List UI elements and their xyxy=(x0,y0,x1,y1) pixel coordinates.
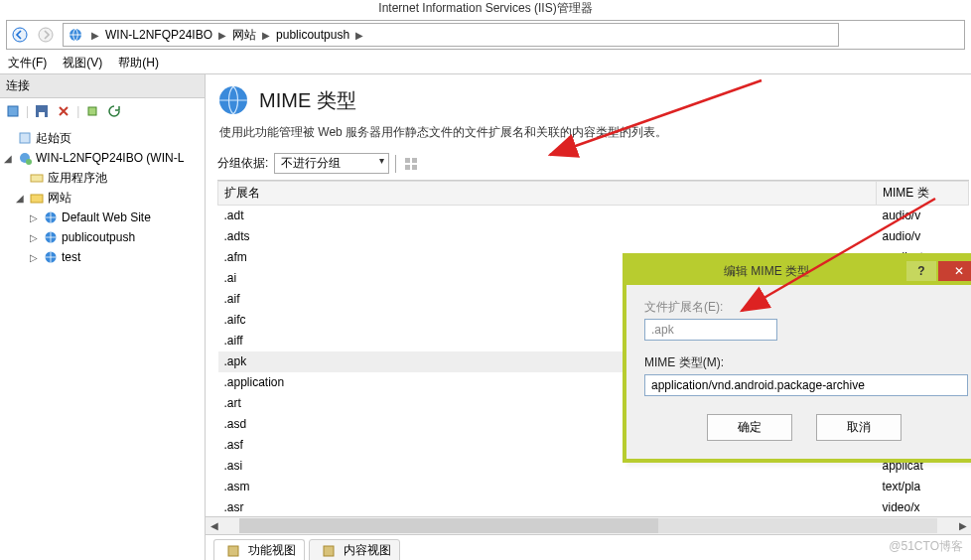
tab-features-view[interactable]: 功能视图 xyxy=(213,539,305,560)
svg-point-9 xyxy=(26,159,32,165)
stop-icon[interactable] xyxy=(83,102,101,120)
server-icon xyxy=(68,27,83,43)
tree-node-sites[interactable]: ◢ 网站 xyxy=(2,188,203,208)
breadcrumb-segment[interactable]: WIN-L2NFQP24IBO xyxy=(101,28,216,42)
table-row[interactable]: .asrvideo/x xyxy=(218,497,969,517)
connections-header: 连接 xyxy=(0,74,205,98)
group-by-select[interactable]: 不进行分组 xyxy=(274,153,389,174)
tree-node-label: publicoutpush xyxy=(62,230,135,244)
globe-icon xyxy=(43,229,59,245)
svg-rect-10 xyxy=(31,175,43,182)
server-icon xyxy=(17,150,33,166)
mime-type-input[interactable]: application/vnd.android.package-archive xyxy=(644,374,968,396)
column-header-extension[interactable]: 扩展名 xyxy=(218,182,877,206)
connect-icon[interactable] xyxy=(4,102,22,120)
chevron-right-icon: ▶ xyxy=(353,30,365,41)
refresh-icon[interactable] xyxy=(105,102,123,120)
page-description: 使用此功能管理被 Web 服务器用作静态文件的文件扩展名和关联的内容类型的列表。 xyxy=(206,120,971,151)
content-panel: MIME 类型 使用此功能管理被 Web 服务器用作静态文件的文件扩展名和关联的… xyxy=(206,74,971,560)
cell-extension: .adts xyxy=(218,226,877,247)
extension-input: .apk xyxy=(644,319,777,341)
group-by-label: 分组依据: xyxy=(217,155,268,172)
cell-extension: .adt xyxy=(218,206,877,226)
column-header-mimetype[interactable]: MIME 类 xyxy=(877,182,969,206)
svg-rect-5 xyxy=(39,112,45,117)
tab-label: 内容视图 xyxy=(344,542,391,559)
table-row[interactable]: .adtaudio/v xyxy=(218,206,969,226)
tree-node-default-site[interactable]: ▷ Default Web Site xyxy=(2,208,203,227)
expand-icon[interactable]: ▷ xyxy=(28,212,40,223)
svg-rect-21 xyxy=(324,546,334,556)
svg-rect-7 xyxy=(20,133,30,143)
menu-view[interactable]: 视图(V) xyxy=(63,55,102,71)
delete-icon[interactable] xyxy=(55,102,72,120)
folder-icon xyxy=(29,190,45,206)
cell-mimetype: video/x xyxy=(877,497,969,517)
tree-node-test[interactable]: ▷ test xyxy=(2,247,203,267)
svg-rect-18 xyxy=(405,165,410,170)
svg-point-0 xyxy=(13,28,27,42)
ok-button[interactable]: 确定 xyxy=(707,414,792,441)
expand-icon[interactable]: ▷ xyxy=(28,252,40,263)
tree-node-publicoutpush[interactable]: ▷ publicoutpush xyxy=(2,227,203,247)
cancel-button[interactable]: 取消 xyxy=(816,414,902,441)
help-button[interactable]: ? xyxy=(906,261,936,281)
dialog-titlebar[interactable]: 编辑 MIME 类型 ? ✕ xyxy=(626,257,971,285)
tree-node-label: 网站 xyxy=(48,190,71,207)
scroll-track[interactable] xyxy=(239,518,937,533)
connections-panel: 连接 | | 起始页 ◢ WIN-L2NFQP24IBO (WIN-L xyxy=(0,74,206,560)
globe-icon xyxy=(43,249,59,265)
chevron-right-icon: ▶ xyxy=(89,30,101,41)
menu-bar: 文件(F) 视图(V) 帮助(H) xyxy=(0,50,971,73)
expand-icon[interactable]: ▷ xyxy=(28,232,40,243)
tab-content-view[interactable]: 内容视图 xyxy=(309,539,400,560)
watermark: @51CTO博客 xyxy=(889,538,963,555)
breadcrumb-bar: ▶ WIN-L2NFQP24IBO ▶ 网站 ▶ publicoutpush ▶ xyxy=(6,20,965,50)
svg-rect-6 xyxy=(88,107,96,115)
tree-node-server[interactable]: ◢ WIN-L2NFQP24IBO (WIN-L xyxy=(2,148,203,168)
close-button[interactable]: ✕ xyxy=(938,261,971,281)
menu-file[interactable]: 文件(F) xyxy=(8,55,47,71)
chevron-right-icon: ▶ xyxy=(260,30,272,41)
breadcrumb-segment[interactable]: 网站 xyxy=(228,27,260,44)
connections-toolbar: | | xyxy=(0,98,205,124)
horizontal-scrollbar[interactable]: ◀ ▶ xyxy=(206,516,971,534)
tree-node-label: 应用程序池 xyxy=(48,170,107,187)
save-icon[interactable] xyxy=(33,102,51,120)
breadcrumb-search[interactable] xyxy=(843,24,962,46)
tree-node-label: WIN-L2NFQP24IBO (WIN-L xyxy=(36,151,184,165)
tree-node-label: test xyxy=(62,250,80,264)
cell-mimetype: audio/v xyxy=(877,226,969,247)
group-options-icon[interactable] xyxy=(402,155,420,173)
tree-node-label: 起始页 xyxy=(36,130,71,147)
breadcrumb[interactable]: ▶ WIN-L2NFQP24IBO ▶ 网站 ▶ publicoutpush ▶ xyxy=(63,23,839,47)
scroll-right-icon[interactable]: ▶ xyxy=(954,517,971,534)
svg-rect-19 xyxy=(412,165,417,170)
svg-rect-11 xyxy=(31,195,43,203)
edit-mime-type-dialog: 编辑 MIME 类型 ? ✕ 文件扩展名(E): .apk MIME 类型(M)… xyxy=(623,253,971,463)
window-title: Internet Information Services (IIS)管理器 xyxy=(0,0,971,18)
menu-help[interactable]: 帮助(H) xyxy=(118,55,159,71)
collapse-icon[interactable]: ◢ xyxy=(2,153,14,164)
scroll-thumb[interactable] xyxy=(239,518,658,533)
cell-extension: .asm xyxy=(218,477,877,497)
mime-type-label: MIME 类型(M): xyxy=(644,354,964,371)
tree-node-start[interactable]: 起始页 xyxy=(2,128,203,148)
extension-label: 文件扩展名(E): xyxy=(644,299,964,316)
tree-node-label: Default Web Site xyxy=(62,210,151,224)
cell-extension: .asr xyxy=(218,497,877,517)
svg-rect-3 xyxy=(8,106,18,116)
tree-node-apppools[interactable]: 应用程序池 xyxy=(2,168,203,188)
chevron-right-icon: ▶ xyxy=(216,30,228,41)
table-row[interactable]: .asmtext/pla xyxy=(218,477,969,497)
forward-button[interactable] xyxy=(33,22,59,48)
home-icon xyxy=(17,130,33,146)
content-icon xyxy=(321,543,337,559)
svg-rect-20 xyxy=(228,546,238,556)
table-row[interactable]: .adtsaudio/v xyxy=(218,226,969,247)
breadcrumb-segment[interactable]: publicoutpush xyxy=(272,28,353,42)
back-button[interactable] xyxy=(7,22,33,48)
scroll-left-icon[interactable]: ◀ xyxy=(206,517,222,534)
cell-mimetype: text/pla xyxy=(877,477,969,497)
collapse-icon[interactable]: ◢ xyxy=(14,193,26,204)
